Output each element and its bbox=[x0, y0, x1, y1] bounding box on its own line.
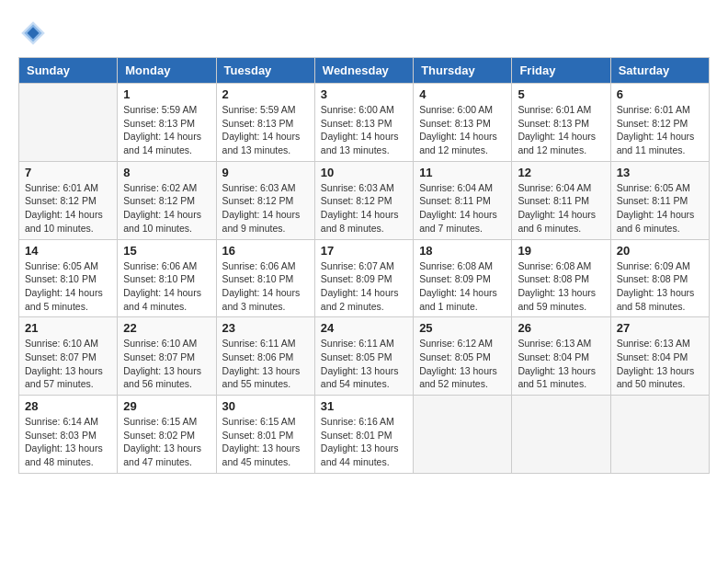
day-cell: 27Sunrise: 6:13 AM Sunset: 8:04 PM Dayli… bbox=[610, 317, 709, 396]
day-cell: 24Sunrise: 6:11 AM Sunset: 8:05 PM Dayli… bbox=[314, 317, 413, 396]
day-number: 2 bbox=[222, 87, 309, 101]
day-number: 19 bbox=[518, 244, 604, 258]
day-info: Sunrise: 6:00 AM Sunset: 8:13 PM Dayligh… bbox=[419, 103, 506, 157]
day-number: 13 bbox=[617, 166, 703, 179]
day-number: 14 bbox=[25, 244, 111, 258]
logo-icon bbox=[18, 18, 48, 48]
weekday-header-monday: Monday bbox=[118, 58, 216, 84]
day-info: Sunrise: 6:14 AM Sunset: 8:03 PM Dayligh… bbox=[25, 415, 111, 469]
day-cell: 3Sunrise: 6:00 AM Sunset: 8:13 PM Daylig… bbox=[314, 84, 413, 162]
day-info: Sunrise: 6:10 AM Sunset: 8:07 PM Dayligh… bbox=[25, 337, 111, 391]
week-row-4: 21Sunrise: 6:10 AM Sunset: 8:07 PM Dayli… bbox=[19, 317, 710, 396]
page-header bbox=[18, 18, 710, 48]
day-number: 20 bbox=[617, 244, 703, 258]
day-cell: 9Sunrise: 6:03 AM Sunset: 8:12 PM Daylig… bbox=[216, 161, 314, 239]
day-info: Sunrise: 6:05 AM Sunset: 8:10 PM Dayligh… bbox=[25, 259, 111, 314]
day-info: Sunrise: 6:04 AM Sunset: 8:11 PM Dayligh… bbox=[419, 181, 506, 236]
day-cell: 2Sunrise: 5:59 AM Sunset: 8:13 PM Daylig… bbox=[216, 84, 314, 162]
day-cell bbox=[512, 396, 610, 474]
weekday-header-row: SundayMondayTuesdayWednesdayThursdayFrid… bbox=[19, 58, 710, 84]
day-number: 18 bbox=[419, 244, 506, 258]
day-cell: 31Sunrise: 6:16 AM Sunset: 8:01 PM Dayli… bbox=[314, 396, 413, 474]
day-info: Sunrise: 6:13 AM Sunset: 8:04 PM Dayligh… bbox=[518, 337, 604, 391]
day-info: Sunrise: 6:00 AM Sunset: 8:13 PM Dayligh… bbox=[321, 103, 407, 157]
day-info: Sunrise: 6:08 AM Sunset: 8:08 PM Dayligh… bbox=[518, 259, 604, 314]
day-number: 11 bbox=[419, 166, 506, 179]
weekday-header-wednesday: Wednesday bbox=[314, 58, 413, 84]
calendar-table: SundayMondayTuesdayWednesdayThursdayFrid… bbox=[18, 57, 710, 474]
day-number: 22 bbox=[123, 321, 210, 335]
day-number: 24 bbox=[321, 321, 407, 335]
day-number: 10 bbox=[321, 166, 407, 179]
day-info: Sunrise: 6:01 AM Sunset: 8:12 PM Dayligh… bbox=[25, 181, 111, 236]
day-cell: 26Sunrise: 6:13 AM Sunset: 8:04 PM Dayli… bbox=[512, 317, 610, 396]
day-info: Sunrise: 6:12 AM Sunset: 8:05 PM Dayligh… bbox=[419, 337, 506, 391]
day-info: Sunrise: 6:03 AM Sunset: 8:12 PM Dayligh… bbox=[222, 181, 309, 236]
day-number: 5 bbox=[518, 87, 604, 101]
day-cell: 6Sunrise: 6:01 AM Sunset: 8:12 PM Daylig… bbox=[610, 84, 709, 162]
logo bbox=[18, 18, 50, 48]
weekday-header-thursday: Thursday bbox=[414, 58, 512, 84]
day-number: 8 bbox=[123, 166, 210, 179]
day-info: Sunrise: 6:09 AM Sunset: 8:08 PM Dayligh… bbox=[617, 259, 703, 314]
day-info: Sunrise: 6:15 AM Sunset: 8:01 PM Dayligh… bbox=[222, 415, 309, 469]
day-number: 7 bbox=[25, 166, 111, 179]
day-number: 28 bbox=[25, 399, 111, 413]
day-info: Sunrise: 6:16 AM Sunset: 8:01 PM Dayligh… bbox=[321, 415, 407, 469]
day-info: Sunrise: 6:10 AM Sunset: 8:07 PM Dayligh… bbox=[123, 337, 210, 391]
day-number: 26 bbox=[518, 321, 604, 335]
day-number: 16 bbox=[222, 244, 309, 258]
day-info: Sunrise: 6:04 AM Sunset: 8:11 PM Dayligh… bbox=[518, 181, 604, 236]
day-number: 25 bbox=[419, 321, 506, 335]
weekday-header-tuesday: Tuesday bbox=[216, 58, 314, 84]
day-number: 12 bbox=[518, 166, 604, 179]
day-cell: 25Sunrise: 6:12 AM Sunset: 8:05 PM Dayli… bbox=[414, 317, 512, 396]
day-number: 3 bbox=[321, 87, 407, 101]
day-cell: 23Sunrise: 6:11 AM Sunset: 8:06 PM Dayli… bbox=[216, 317, 314, 396]
day-cell: 4Sunrise: 6:00 AM Sunset: 8:13 PM Daylig… bbox=[414, 84, 512, 162]
day-number: 17 bbox=[321, 244, 407, 258]
day-cell: 12Sunrise: 6:04 AM Sunset: 8:11 PM Dayli… bbox=[512, 161, 610, 239]
day-info: Sunrise: 6:15 AM Sunset: 8:02 PM Dayligh… bbox=[123, 415, 210, 469]
day-cell bbox=[610, 396, 709, 474]
day-info: Sunrise: 6:11 AM Sunset: 8:06 PM Dayligh… bbox=[222, 337, 309, 391]
day-number: 30 bbox=[222, 399, 309, 413]
day-cell: 22Sunrise: 6:10 AM Sunset: 8:07 PM Dayli… bbox=[118, 317, 216, 396]
day-cell: 28Sunrise: 6:14 AM Sunset: 8:03 PM Dayli… bbox=[19, 396, 118, 474]
day-cell: 13Sunrise: 6:05 AM Sunset: 8:11 PM Dayli… bbox=[610, 161, 709, 239]
day-cell: 8Sunrise: 6:02 AM Sunset: 8:12 PM Daylig… bbox=[118, 161, 216, 239]
week-row-3: 14Sunrise: 6:05 AM Sunset: 8:10 PM Dayli… bbox=[19, 239, 710, 317]
day-cell: 5Sunrise: 6:01 AM Sunset: 8:13 PM Daylig… bbox=[512, 84, 610, 162]
day-info: Sunrise: 6:06 AM Sunset: 8:10 PM Dayligh… bbox=[123, 259, 210, 314]
day-info: Sunrise: 6:01 AM Sunset: 8:12 PM Dayligh… bbox=[617, 103, 703, 157]
day-info: Sunrise: 6:13 AM Sunset: 8:04 PM Dayligh… bbox=[617, 337, 703, 391]
day-cell: 16Sunrise: 6:06 AM Sunset: 8:10 PM Dayli… bbox=[216, 239, 314, 317]
day-number: 27 bbox=[617, 321, 703, 335]
day-cell: 21Sunrise: 6:10 AM Sunset: 8:07 PM Dayli… bbox=[19, 317, 118, 396]
day-number: 31 bbox=[321, 399, 407, 413]
day-info: Sunrise: 6:02 AM Sunset: 8:12 PM Dayligh… bbox=[123, 181, 210, 236]
day-cell: 18Sunrise: 6:08 AM Sunset: 8:09 PM Dayli… bbox=[414, 239, 512, 317]
day-cell bbox=[414, 396, 512, 474]
day-number: 23 bbox=[222, 321, 309, 335]
week-row-1: 1Sunrise: 5:59 AM Sunset: 8:13 PM Daylig… bbox=[19, 84, 710, 162]
day-cell: 29Sunrise: 6:15 AM Sunset: 8:02 PM Dayli… bbox=[118, 396, 216, 474]
day-info: Sunrise: 5:59 AM Sunset: 8:13 PM Dayligh… bbox=[123, 103, 210, 157]
day-number: 6 bbox=[617, 87, 703, 101]
day-cell: 15Sunrise: 6:06 AM Sunset: 8:10 PM Dayli… bbox=[118, 239, 216, 317]
day-info: Sunrise: 6:05 AM Sunset: 8:11 PM Dayligh… bbox=[617, 181, 703, 236]
day-cell: 1Sunrise: 5:59 AM Sunset: 8:13 PM Daylig… bbox=[118, 84, 216, 162]
week-row-2: 7Sunrise: 6:01 AM Sunset: 8:12 PM Daylig… bbox=[19, 161, 710, 239]
day-number: 4 bbox=[419, 87, 506, 101]
day-cell: 17Sunrise: 6:07 AM Sunset: 8:09 PM Dayli… bbox=[314, 239, 413, 317]
day-info: Sunrise: 6:11 AM Sunset: 8:05 PM Dayligh… bbox=[321, 337, 407, 391]
day-cell: 30Sunrise: 6:15 AM Sunset: 8:01 PM Dayli… bbox=[216, 396, 314, 474]
day-number: 21 bbox=[25, 321, 111, 335]
day-info: Sunrise: 6:01 AM Sunset: 8:13 PM Dayligh… bbox=[518, 103, 604, 157]
day-info: Sunrise: 6:08 AM Sunset: 8:09 PM Dayligh… bbox=[419, 259, 506, 314]
day-cell: 7Sunrise: 6:01 AM Sunset: 8:12 PM Daylig… bbox=[19, 161, 118, 239]
day-cell: 20Sunrise: 6:09 AM Sunset: 8:08 PM Dayli… bbox=[610, 239, 709, 317]
day-info: Sunrise: 5:59 AM Sunset: 8:13 PM Dayligh… bbox=[222, 103, 309, 157]
weekday-header-sunday: Sunday bbox=[19, 58, 118, 84]
day-info: Sunrise: 6:06 AM Sunset: 8:10 PM Dayligh… bbox=[222, 259, 309, 314]
